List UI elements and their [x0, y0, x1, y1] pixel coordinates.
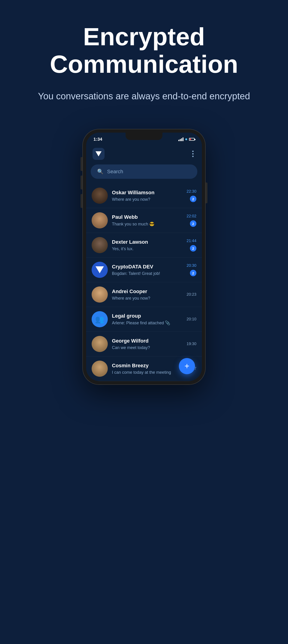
chat-preview-george: Can we meet today?: [112, 345, 182, 350]
chat-name-paul: Paul Webb: [112, 214, 182, 220]
chat-content-cosmin: Cosmin Breezy I can come today at the me…: [112, 363, 182, 375]
search-icon: 🔍: [97, 168, 103, 175]
status-time: 1:34: [93, 137, 102, 142]
unread-badge-paul: 2: [190, 220, 196, 227]
chat-list: Oskar Williamson Where are you now? 22:3…: [86, 184, 202, 381]
avatar-andrei: [92, 286, 108, 302]
chat-meta-oskar: 22:30 2: [186, 189, 196, 202]
chat-name-legal: Legal group: [112, 313, 182, 319]
unread-badge-oskar: 2: [190, 196, 196, 202]
search-bar[interactable]: 🔍 Search: [91, 164, 197, 179]
chat-preview-cryptodata: Bogdan: Talent! Great job!: [112, 271, 182, 276]
avatar-paul: [92, 212, 108, 228]
chat-item-legal-group[interactable]: 👥 Legal group Arlene: Please find attach…: [86, 307, 202, 332]
compose-fab-button[interactable]: +: [179, 358, 195, 374]
hero-section: Encrypted Communication You conversation…: [0, 0, 288, 116]
chat-meta-paul: 22:02 2: [186, 214, 196, 227]
chat-time-legal: 20:10: [186, 317, 196, 322]
chat-meta-cryptodata: 20:30 2: [186, 263, 196, 276]
chat-name-george: George Wilford: [112, 338, 182, 344]
app-logo: [92, 148, 105, 160]
chat-content-dexter: Dexter Lawson Yes, it's lux.: [112, 239, 182, 251]
chat-time-dexter: 21:44: [186, 238, 196, 243]
chat-preview-cosmin: I can come today at the meeting: [112, 370, 182, 375]
status-icons: [178, 138, 195, 141]
chat-meta-dexter: 21:44 2: [186, 238, 196, 252]
group-icon: 👥: [92, 311, 108, 327]
chat-content-george: George Wilford Can we meet today?: [112, 338, 182, 350]
chat-item-george-wilford[interactable]: George Wilford Can we meet today? 19:30: [86, 332, 202, 356]
phone-mockup: 1:34: [83, 129, 205, 384]
chat-name-cosmin: Cosmin Breezy: [112, 363, 182, 369]
chat-meta-andrei: 20:23: [186, 292, 196, 297]
phone-inner: 1:34: [86, 132, 202, 381]
phone-content: 🔍 Search Oskar Williamson Where are you …: [86, 144, 202, 381]
chat-content-oskar: Oskar Williamson Where are you now?: [112, 190, 182, 202]
phone-outer: 1:34: [83, 129, 205, 384]
unread-badge-dexter: 2: [190, 245, 196, 252]
chat-item-oskar-williamson[interactable]: Oskar Williamson Where are you now? 22:3…: [86, 184, 202, 208]
avatar-george: [92, 336, 108, 352]
chat-item-dexter-lawson[interactable]: Dexter Lawson Yes, it's lux. 21:44 2: [86, 233, 202, 258]
chat-meta-legal: 20:10: [186, 317, 196, 322]
search-placeholder: Search: [107, 168, 123, 175]
chat-time-cryptodata: 20:30: [186, 263, 196, 268]
chat-preview-paul: Thank you so much 😎: [112, 222, 182, 226]
chat-preview-andrei: Where are you now?: [112, 296, 182, 301]
compose-icon: +: [184, 362, 189, 370]
chat-content-paul: Paul Webb Thank you so much 😎: [112, 214, 182, 226]
phone-notch: [126, 132, 162, 140]
unread-badge-cryptodata: 2: [190, 270, 196, 276]
chat-time-oskar: 22:30: [186, 189, 196, 194]
menu-button[interactable]: [190, 149, 196, 159]
avatar-cryptodata: [92, 262, 108, 278]
chat-time-andrei: 20:23: [186, 292, 196, 297]
chat-name-oskar: Oskar Williamson: [112, 190, 182, 196]
signal-icon: [178, 138, 183, 141]
chat-preview-dexter: Yes, it's lux.: [112, 246, 182, 251]
avatar-oskar: [92, 188, 108, 204]
chat-meta-george: 19:30: [186, 342, 196, 346]
chat-time-george: 19:30: [186, 342, 196, 346]
chat-name-cryptodata: CryptoDATA DEV: [112, 264, 182, 270]
chat-content-legal: Legal group Arlene: Please find attached…: [112, 313, 182, 326]
app-header: [86, 144, 202, 164]
chat-content-andrei: Andrei Cooper Where are you now?: [112, 288, 182, 301]
wifi-icon: [185, 138, 187, 140]
chat-time-paul: 22:02: [186, 214, 196, 218]
chat-content-cryptodata: CryptoDATA DEV Bogdan: Talent! Great job…: [112, 264, 182, 276]
chat-name-andrei: Andrei Cooper: [112, 288, 182, 294]
avatar-dexter: [92, 237, 108, 253]
hero-subtitle: You conversations are always end-to-end …: [32, 90, 256, 102]
chat-item-paul-webb[interactable]: Paul Webb Thank you so much 😎 22:02 2: [86, 208, 202, 233]
battery-icon: [189, 138, 195, 141]
avatar-legal: 👥: [92, 311, 108, 327]
chat-name-dexter: Dexter Lawson: [112, 239, 182, 245]
hero-title: Encrypted Communication: [32, 23, 256, 78]
chat-item-cryptodata-dev[interactable]: CryptoDATA DEV Bogdan: Talent! Great job…: [86, 258, 202, 282]
chat-preview-oskar: Where are you now?: [112, 197, 182, 202]
chat-preview-legal: Arlene: Please find attached 📎: [112, 320, 182, 326]
logo-diamond-icon: [95, 151, 102, 156]
cryptodata-diamond-icon: [95, 266, 104, 273]
chat-item-andrei-cooper[interactable]: Andrei Cooper Where are you now? 20:23: [86, 282, 202, 307]
avatar-cosmin: [92, 360, 108, 377]
